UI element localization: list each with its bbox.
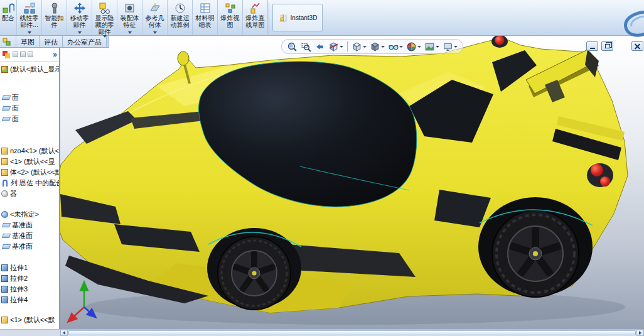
tree-item-plane[interactable]: 基准面 (1, 241, 59, 252)
tree-item-plane[interactable]: 基准面 (1, 220, 59, 230)
linear-component-pattern-icon (23, 2, 36, 14)
component-icon (1, 158, 8, 165)
plane-icon (2, 117, 11, 121)
scroll-right-button[interactable] (636, 330, 644, 336)
toolbar-separator (269, 3, 269, 33)
headsup-view-toolbar (281, 39, 463, 54)
reference-geometry-button[interactable]: 参考几何体 (142, 0, 168, 35)
plane-icon (2, 95, 11, 100)
tree-item-extrude[interactable]: 拉伸2 (1, 273, 59, 284)
hide-show-items-icon (388, 41, 399, 52)
tree-item-extrude[interactable]: 拉伸3 (1, 284, 59, 295)
extrude-icon (1, 275, 8, 282)
rear-wheel[interactable] (492, 210, 579, 297)
feature-manager-tab-icon[interactable] (2, 50, 11, 59)
mate-button[interactable]: 配合 (0, 0, 17, 35)
tree-item-component[interactable]: nzo4<1> (默认<<默 (1, 146, 59, 156)
feature-manager-panel: » (默认<默认_显示 面 面 面 nzo4<1> (默认<<默 <1> (默认… (0, 48, 60, 329)
zoom-fit-button[interactable] (286, 41, 299, 53)
tree-item-assembly-root[interactable]: (默认<默认_显示 (1, 64, 59, 75)
dropdown-arrow-icon (454, 46, 458, 48)
hide-show-items-button[interactable] (387, 41, 404, 53)
graphics-area[interactable] (60, 36, 644, 329)
assembly-features-button[interactable]: 装配体特征 (117, 0, 142, 35)
plane-icon (2, 223, 11, 227)
tab-sketch[interactable]: 草图 (16, 36, 40, 47)
previous-view-icon (314, 41, 325, 52)
smart-fasteners-button[interactable]: 智能扣件 (42, 0, 67, 35)
window-close-button[interactable] (631, 41, 643, 51)
close-icon (635, 43, 641, 50)
command-manager-tabs: 草图 评估 办公室产品 (0, 36, 109, 48)
tree-item-component[interactable]: <1> (默认<<显 (1, 156, 59, 167)
view-orientation-button[interactable] (350, 41, 368, 53)
tree-item-mates[interactable]: 列 恩佐 中的配合 (1, 178, 59, 188)
property-manager-tab-icon[interactable] (13, 51, 18, 57)
tree-item-plane[interactable]: 面 (1, 92, 59, 103)
tree-item-material[interactable]: <未指定> (1, 209, 59, 220)
bill-of-materials-button[interactable]: 材料明细表 (193, 0, 218, 35)
dropdown-arrow-icon (436, 46, 439, 48)
exploded-view-button[interactable]: 爆炸视图 (218, 0, 243, 35)
new-motion-study-button[interactable]: 新建运动算例 (168, 0, 193, 35)
show-hidden-components-button[interactable]: 显示隐藏的零部件 (92, 0, 117, 35)
window-minimize-button[interactable] (586, 41, 598, 51)
scroll-left-button[interactable] (60, 330, 68, 336)
tree-item-plane[interactable]: 面 (1, 103, 59, 114)
tree-item-extrude[interactable]: 拉伸4 (1, 295, 59, 305)
zoom-area-button[interactable] (299, 41, 313, 53)
front-wheel[interactable] (218, 237, 291, 310)
tab-evaluate[interactable]: 评估 (40, 36, 63, 47)
toolbar-separator (347, 41, 348, 51)
explode-line-sketch-button[interactable]: 爆炸直线草图 (243, 0, 268, 35)
plane-icon (2, 106, 11, 111)
tab-office-products[interactable]: 办公室产品 (63, 36, 107, 47)
apply-scene-icon (424, 41, 435, 52)
component-icon (1, 169, 8, 176)
display-style-icon (370, 41, 380, 52)
display-manager-tab-icon[interactable] (28, 51, 33, 57)
tree-item-component[interactable]: 体<2> (默认<<默 (1, 167, 59, 178)
extrude-icon (1, 296, 8, 303)
configuration-manager-tab-icon[interactable] (20, 51, 26, 57)
panel-overflow-chevron[interactable]: » (53, 50, 57, 59)
component-icon (1, 317, 8, 323)
display-style-button[interactable] (368, 41, 386, 53)
window-restore-button[interactable] (601, 41, 613, 51)
restore-icon (605, 44, 610, 48)
sensor-icon (1, 190, 8, 197)
previous-view-button[interactable] (313, 41, 326, 53)
show-hidden-components-icon (99, 2, 111, 14)
edit-appearance-button[interactable] (405, 41, 422, 53)
instant3d-icon (278, 13, 288, 23)
tree-item-plane[interactable]: 基准面 (1, 230, 59, 241)
new-motion-study-icon (174, 2, 186, 14)
instant3d-button[interactable]: Instant3D (272, 4, 323, 31)
graphics-viewport[interactable] (60, 36, 644, 329)
smart-fasteners-icon (48, 2, 61, 14)
move-component-icon (73, 2, 86, 14)
scrollbar-thumb[interactable] (68, 330, 636, 335)
statusbar-corner (0, 329, 60, 336)
assembly-icon (1, 66, 8, 73)
tab-assembly[interactable] (0, 36, 16, 47)
edit-appearance-icon (406, 41, 417, 52)
tree-item-component[interactable]: <1> (默认<<默 (1, 315, 59, 325)
dropdown-arrow-icon (340, 46, 343, 48)
extrude-icon (1, 264, 8, 271)
assembly-features-icon (124, 2, 136, 14)
move-component-button[interactable]: 移动零部件 (67, 0, 92, 35)
tree-item-sensor[interactable]: 器 (1, 188, 59, 199)
linear-component-pattern-button[interactable]: 线性零部件... (17, 0, 42, 35)
tree-item-extrude[interactable]: 拉伸1 (1, 263, 59, 273)
extrude-icon (1, 286, 8, 293)
view-settings-button[interactable] (441, 41, 459, 53)
dropdown-arrow-icon (399, 46, 403, 48)
solidworks-window: { "toolbar": { "buttons": [ {"label": "配… (0, 0, 644, 336)
assembly-tab-icon (3, 38, 11, 46)
minimize-icon (590, 48, 595, 49)
apply-scene-button[interactable] (423, 41, 441, 53)
tree-item-plane[interactable]: 面 (1, 114, 59, 124)
section-view-button[interactable] (327, 41, 345, 53)
zoom-area-icon (301, 41, 311, 52)
